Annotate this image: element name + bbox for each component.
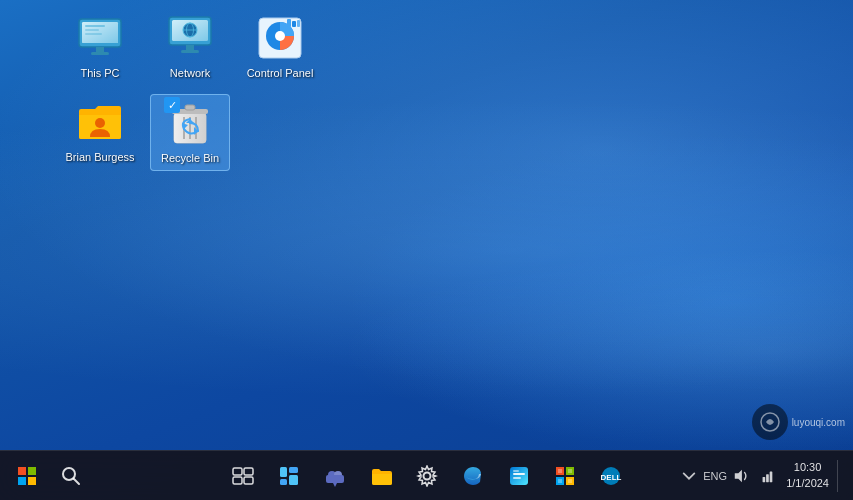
svg-rect-56 [558, 469, 562, 473]
svg-rect-57 [568, 469, 572, 473]
tray-network-icon[interactable] [756, 465, 778, 487]
watermark-text: luyouqi.com [792, 417, 845, 428]
icon-row-2: Brian Burgess ✓ [60, 94, 320, 170]
svg-rect-13 [186, 45, 194, 50]
svg-rect-3 [96, 47, 104, 52]
svg-rect-62 [763, 476, 766, 481]
file-explorer-button[interactable] [360, 455, 402, 497]
store-button[interactable] [544, 455, 586, 497]
svg-rect-59 [568, 479, 572, 483]
svg-rect-38 [233, 477, 242, 484]
brian-burgess-label: Brian Burgess [65, 150, 134, 164]
clock-time: 10:30 [786, 460, 829, 475]
svg-rect-41 [280, 479, 287, 485]
svg-rect-50 [513, 477, 521, 479]
svg-line-35 [74, 478, 80, 484]
watermark: luyouqi.com [752, 404, 845, 440]
svg-rect-39 [244, 477, 253, 484]
svg-rect-58 [558, 479, 562, 483]
settings-button[interactable] [406, 455, 448, 497]
control-panel-icon [256, 14, 304, 62]
desktop-icon-this-pc[interactable]: This PC [60, 10, 140, 84]
svg-rect-28 [185, 105, 195, 110]
desktop-icon-network[interactable]: Network [150, 10, 230, 84]
svg-point-17 [275, 31, 285, 41]
svg-rect-64 [770, 471, 773, 482]
recycle-bin-icon: ✓ [166, 99, 214, 147]
svg-rect-19 [292, 21, 296, 27]
network-label: Network [170, 66, 210, 80]
svg-rect-42 [289, 467, 298, 473]
selected-checkmark: ✓ [164, 97, 180, 113]
desktop-icon-brian-burgess[interactable]: Brian Burgess [60, 94, 140, 168]
brian-burgess-icon [76, 98, 124, 146]
svg-rect-18 [287, 19, 291, 27]
svg-rect-5 [85, 25, 105, 27]
svg-rect-49 [513, 473, 525, 475]
svg-point-21 [95, 118, 105, 128]
svg-rect-7 [85, 33, 102, 35]
this-pc-icon [76, 14, 124, 62]
svg-rect-48 [510, 467, 528, 485]
taskbar: DELL ENG [0, 450, 853, 500]
task-view-button[interactable] [222, 455, 264, 497]
search-button[interactable] [50, 455, 92, 497]
recycle-bin-label: Recycle Bin [161, 151, 219, 165]
svg-rect-30 [18, 467, 26, 475]
show-desktop-button[interactable] [837, 460, 845, 492]
watermark-circle [752, 404, 788, 440]
svg-rect-14 [181, 50, 199, 53]
icon-row-1: This PC [60, 10, 320, 84]
clock-date: 1/1/2024 [786, 476, 829, 491]
svg-rect-36 [233, 468, 242, 475]
desktop-icons-container: This PC [60, 10, 320, 171]
svg-point-47 [423, 472, 430, 479]
this-pc-label: This PC [80, 66, 119, 80]
svg-rect-4 [91, 52, 109, 55]
svg-rect-20 [297, 20, 300, 27]
svg-rect-33 [28, 477, 36, 485]
taskbar-left [0, 455, 92, 497]
svg-rect-40 [280, 467, 287, 477]
control-panel-label: Control Panel [247, 66, 314, 80]
taskbar-right: ENG 10 [678, 460, 853, 492]
system-tray: ENG 10 [678, 460, 845, 492]
dell-button[interactable]: DELL [590, 455, 632, 497]
svg-rect-31 [28, 467, 36, 475]
svg-text:DELL: DELL [600, 473, 621, 482]
system-clock[interactable]: 10:30 1/1/2024 [782, 460, 833, 491]
desktop-icon-control-panel[interactable]: Control Panel [240, 10, 320, 84]
tray-overflow-button[interactable] [678, 465, 700, 487]
svg-rect-63 [766, 474, 769, 482]
widgets-button[interactable] [268, 455, 310, 497]
tray-volume-icon[interactable] [730, 465, 752, 487]
svg-rect-43 [289, 475, 298, 485]
svg-rect-32 [18, 477, 26, 485]
svg-rect-46 [326, 475, 344, 483]
svg-rect-6 [85, 29, 99, 31]
network-icon [166, 14, 214, 62]
desktop: This PC [0, 0, 853, 500]
start-button[interactable] [6, 455, 48, 497]
azure-button[interactable] [498, 455, 540, 497]
tray-language-icon[interactable]: ENG [704, 465, 726, 487]
svg-rect-51 [513, 470, 519, 472]
chat-button[interactable] [314, 455, 356, 497]
desktop-icon-recycle-bin[interactable]: ✓ [150, 94, 230, 170]
taskbar-center-apps: DELL [222, 455, 632, 497]
edge-button[interactable] [452, 455, 494, 497]
svg-rect-37 [244, 468, 253, 475]
